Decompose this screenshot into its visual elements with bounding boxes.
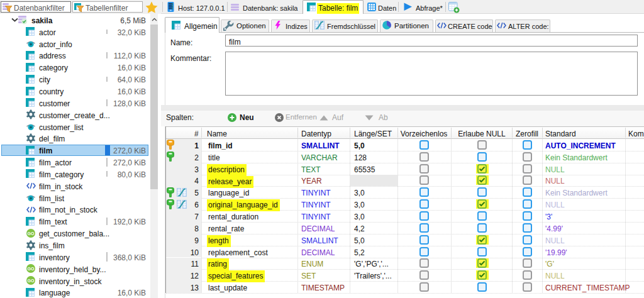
svg-text:GO: GO <box>28 231 35 235</box>
svg-text:GO: GO <box>28 279 35 283</box>
svg-text:GO: GO <box>28 267 35 271</box>
